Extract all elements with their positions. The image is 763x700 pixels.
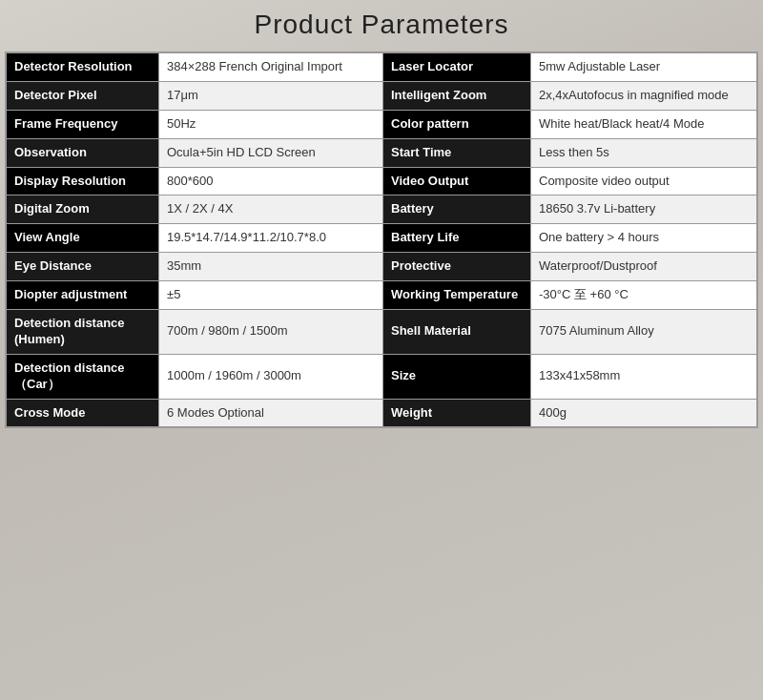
left-value-cell: 384×288 French Original Import (159, 53, 383, 82)
right-label-cell: Weight (383, 399, 531, 427)
table-row: Display Resolution800*600Video OutputCom… (7, 167, 757, 196)
left-label-cell: Detector Pixel (7, 81, 159, 110)
left-value-cell: ±5 (159, 281, 383, 310)
right-value-cell: 5mw Adjustable Laser (531, 53, 757, 82)
left-label-cell: View Angle (7, 224, 159, 253)
right-value-cell: 2x,4xAutofocus in magnified mode (531, 81, 757, 110)
right-value-cell: One battery > 4 hours (531, 224, 757, 253)
table-row: Digital Zoom1X / 2X / 4XBattery18650 3.7… (7, 196, 757, 224)
right-value-cell: 7075 Aluminum Alloy (531, 310, 757, 355)
table-row: Detector Pixel17μmIntelligent Zoom2x,4xA… (7, 81, 757, 110)
left-label-cell: Display Resolution (7, 167, 159, 196)
right-value-cell: Less then 5s (531, 138, 757, 167)
left-value-cell: 1X / 2X / 4X (159, 196, 383, 224)
table-row: Detection distance (Humen)700m / 980m / … (7, 310, 757, 355)
right-label-cell: Start Time (383, 138, 531, 167)
left-value-cell: 6 Modes Optional (159, 399, 383, 427)
table-row: Frame Frequency50HzColor patternWhite he… (7, 110, 757, 138)
page-title: Product Parameters (255, 10, 509, 40)
left-value-cell: 17μm (159, 81, 383, 110)
right-label-cell: Battery Life (383, 224, 531, 253)
left-label-cell: Detector Resolution (7, 53, 159, 82)
table-row: ObservationOcula+5in HD LCD ScreenStart … (7, 138, 757, 167)
left-value-cell: Ocula+5in HD LCD Screen (159, 138, 383, 167)
right-label-cell: Shell Material (383, 310, 531, 355)
table-row: View Angle19.5*14.7/14.9*11.2/10.7*8.0Ba… (7, 224, 757, 253)
left-value-cell: 50Hz (159, 110, 383, 138)
left-label-cell: Detection distance（Car） (7, 354, 159, 399)
params-table: Detector Resolution384×288 French Origin… (6, 52, 757, 427)
right-value-cell: -30°C 至 +60 °C (531, 281, 757, 310)
left-value-cell: 35mm (159, 253, 383, 281)
right-label-cell: Working Temperature (383, 281, 531, 310)
table-row: Eye Distance35mmProtectiveWaterproof/Dus… (7, 253, 757, 281)
table-row: Diopter adjustment±5Working Temperature-… (7, 281, 757, 310)
table-row: Detection distance（Car）1000m / 1960m / 3… (7, 354, 757, 399)
left-label-cell: Digital Zoom (7, 196, 159, 224)
left-label-cell: Frame Frequency (7, 110, 159, 138)
right-value-cell: White heat/Black heat/4 Mode (531, 110, 757, 138)
table-row: Detector Resolution384×288 French Origin… (7, 53, 757, 82)
left-label-cell: Eye Distance (7, 253, 159, 281)
left-label-cell: Diopter adjustment (7, 281, 159, 310)
right-value-cell: 400g (531, 399, 757, 427)
right-label-cell: Laser Locator (383, 53, 531, 82)
left-label-cell: Detection distance (Humen) (7, 310, 159, 355)
right-label-cell: Protective (383, 253, 531, 281)
page-wrapper: Product Parameters Detector Resolution38… (0, 0, 763, 700)
left-label-cell: Observation (7, 138, 159, 167)
left-label-cell: Cross Mode (7, 399, 159, 427)
right-label-cell: Size (383, 354, 531, 399)
right-label-cell: Intelligent Zoom (383, 81, 531, 110)
right-value-cell: 18650 3.7v Li-battery (531, 196, 757, 224)
left-value-cell: 800*600 (159, 167, 383, 196)
left-value-cell: 1000m / 1960m / 3000m (159, 354, 383, 399)
right-value-cell: Composite video output (531, 167, 757, 196)
table-row: Cross Mode6 Modes OptionalWeight400g (7, 399, 757, 427)
left-value-cell: 19.5*14.7/14.9*11.2/10.7*8.0 (159, 224, 383, 253)
right-label-cell: Color pattern (383, 110, 531, 138)
right-label-cell: Battery (383, 196, 531, 224)
right-label-cell: Video Output (383, 167, 531, 196)
table-container: Detector Resolution384×288 French Origin… (5, 51, 758, 428)
right-value-cell: 133x41x58mm (531, 354, 757, 399)
left-value-cell: 700m / 980m / 1500m (159, 310, 383, 355)
right-value-cell: Waterproof/Dustproof (531, 253, 757, 281)
